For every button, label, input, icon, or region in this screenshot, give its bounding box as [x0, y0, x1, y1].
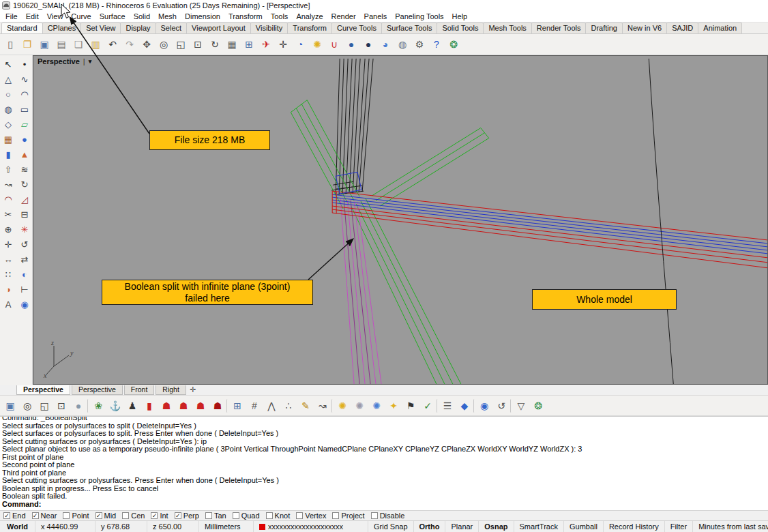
curve-boolean-icon[interactable]: ◑	[0, 282, 16, 297]
tab-curve-tools[interactable]: Curve Tools	[331, 23, 382, 33]
globe-icon[interactable]: ❂	[530, 398, 546, 414]
gumball-toggle[interactable]: Gumball	[564, 521, 604, 532]
osnap-quad[interactable]: Quad	[233, 512, 260, 520]
car-icon[interactable]: ☗	[175, 398, 192, 414]
control-points-icon[interactable]: ∴	[280, 398, 297, 414]
scale-icon[interactable]: ↔	[0, 252, 16, 267]
menu-render[interactable]: Render	[327, 12, 360, 21]
help-icon[interactable]: ?	[428, 36, 445, 53]
osnap-end[interactable]: End	[3, 512, 26, 520]
tab-display[interactable]: Display	[120, 23, 156, 33]
move-icon[interactable]: ✛	[275, 36, 291, 53]
extrude-icon[interactable]: ⇧	[0, 162, 16, 177]
magnet-osnap-icon[interactable]: ∪	[326, 36, 342, 53]
checkbox[interactable]	[332, 512, 339, 519]
web-globe-icon[interactable]: ❂	[445, 36, 462, 53]
ortho-toggle[interactable]: Ortho	[414, 521, 446, 532]
checkbox[interactable]	[63, 512, 70, 519]
filter-toggle[interactable]: Filter	[665, 521, 693, 532]
last-save-indicator[interactable]: Minutes from last save: 61	[693, 521, 768, 532]
polygon-icon[interactable]: ◇	[0, 117, 16, 132]
osnap-int[interactable]: Int	[151, 512, 168, 520]
spotlight-icon[interactable]: ✦	[385, 398, 402, 414]
viewport-tab-front[interactable]: Front	[124, 385, 155, 395]
tab-cplanes[interactable]: CPlanes	[42, 23, 82, 33]
ghosted-sphere-icon[interactable]: ◕	[377, 36, 394, 53]
cone-icon[interactable]: ▲	[16, 147, 33, 162]
weight-icon[interactable]: ♟	[124, 398, 141, 414]
array-icon[interactable]: ∷	[0, 267, 16, 282]
trim-icon[interactable]: ✂	[0, 207, 16, 222]
menu-view[interactable]: View	[43, 12, 68, 21]
osnap-perp[interactable]: Perp	[175, 512, 199, 520]
new-file-icon[interactable]: ▯	[2, 36, 18, 53]
gumball-icon[interactable]: ◉	[476, 398, 492, 414]
anchor-icon[interactable]: ⚓	[107, 398, 123, 414]
boolean-icon[interactable]: ◐	[16, 267, 33, 282]
loft-icon[interactable]: ≋	[16, 162, 33, 177]
clipboard-paste-icon[interactable]: ▥	[87, 36, 104, 53]
smarttrack-toggle[interactable]: SmartTrack	[514, 521, 564, 532]
xray-sphere-icon[interactable]: ◍	[394, 36, 411, 53]
grid-snap-toggle[interactable]: Grid Snap	[368, 521, 414, 532]
four-viewports-icon[interactable]: ⊞	[229, 398, 246, 414]
zoom-extents-icon[interactable]: ⊡	[53, 398, 70, 414]
menu-help[interactable]: Help	[448, 12, 472, 21]
export-page-icon[interactable]: ❏	[70, 36, 87, 53]
dimension-icon[interactable]: ⊢	[16, 282, 33, 297]
mirror-icon[interactable]: ⇄	[16, 252, 33, 267]
tab-set-view[interactable]: Set View	[80, 23, 121, 33]
named-view-icon[interactable]: ▦	[224, 36, 240, 53]
cplane-indicator[interactable]: World	[0, 521, 35, 532]
blue-diamond-icon[interactable]: ◆	[456, 398, 473, 414]
zoom-window-icon[interactable]: ◱	[173, 36, 189, 53]
rendered-sphere-icon[interactable]: ●	[360, 36, 376, 53]
menu-curve[interactable]: Curve	[67, 12, 95, 21]
tab-new-in-v6[interactable]: New in V6	[622, 23, 667, 33]
menu-tools[interactable]: Tools	[267, 12, 293, 21]
arc-icon[interactable]: ◠	[16, 87, 33, 102]
save-icon[interactable]: ▣	[2, 398, 18, 414]
units[interactable]: Millimeters	[199, 521, 254, 532]
select-arrow-icon[interactable]: ↖	[0, 57, 16, 72]
lightbulb-blue-icon[interactable]: ✺	[368, 398, 385, 414]
car-icon[interactable]: ☗	[209, 398, 226, 414]
ellipse-icon[interactable]: ◍	[0, 102, 16, 117]
viewport-title-menu[interactable]: Perspective | ▾	[38, 57, 91, 65]
polyline-icon[interactable]: △	[0, 72, 16, 87]
sphere-icon[interactable]: ●	[16, 132, 33, 147]
flower-icon[interactable]: ❀	[90, 398, 106, 414]
viewport-tab-right[interactable]: Right	[156, 385, 186, 395]
explode-icon[interactable]: ✳	[16, 222, 33, 237]
viewport-tab-perspective-2[interactable]: Perspective	[72, 385, 123, 395]
rotate-view-icon[interactable]: ↻	[207, 36, 223, 53]
tab-solid-tools[interactable]: Solid Tools	[437, 23, 484, 33]
command-area[interactable]: Command: _BooleanSplit Select surfaces o…	[0, 416, 768, 510]
car-icon[interactable]: ☗	[158, 398, 175, 414]
surface-icon[interactable]: ▱	[16, 117, 33, 132]
tab-visibility[interactable]: Visibility	[250, 23, 289, 33]
checkbox[interactable]	[296, 512, 303, 519]
checkbox[interactable]	[371, 512, 378, 519]
join-icon[interactable]: ⊕	[0, 222, 16, 237]
menu-dimension[interactable]: Dimension	[181, 12, 224, 21]
add-viewport-tab-button[interactable]: ✛	[188, 385, 198, 394]
curve-circle-icon[interactable]: ◔	[292, 36, 308, 53]
gumball-icon[interactable]: ◉	[16, 297, 33, 312]
osnap-knot[interactable]: Knot	[266, 512, 291, 520]
menu-paneling-tools[interactable]: Paneling Tools	[391, 12, 447, 21]
osnap-tan[interactable]: Tan	[205, 512, 226, 520]
lightbulb-on-icon[interactable]: ✺	[334, 398, 351, 414]
tab-select[interactable]: Select	[156, 23, 188, 33]
tab-transform[interactable]: Transform	[287, 23, 332, 33]
shade-sphere-icon[interactable]: ●	[70, 398, 87, 414]
checkbox[interactable]	[3, 512, 10, 519]
checkbox[interactable]	[32, 512, 39, 519]
polyline-edit-icon[interactable]: ⋀	[263, 398, 280, 414]
pencil-icon[interactable]: ✎	[297, 398, 314, 414]
flag-icon[interactable]: ⚑	[402, 398, 419, 414]
sweep-icon[interactable]: ↝	[0, 177, 16, 192]
tab-render-tools[interactable]: Render Tools	[531, 23, 587, 33]
menu-mesh[interactable]: Mesh	[154, 12, 181, 21]
menu-file[interactable]: File	[1, 12, 22, 21]
